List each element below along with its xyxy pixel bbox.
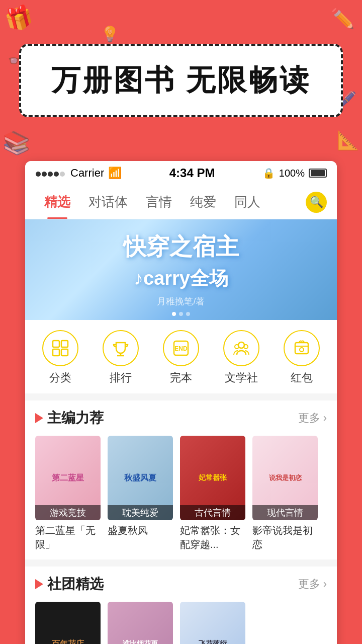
list-item[interactable]: 谁比烟花更 现代言情 谁比烟花更 xyxy=(108,602,173,644)
search-button[interactable]: 🔍 xyxy=(306,192,327,213)
deco-gift-icon: 🎁 xyxy=(2,2,36,34)
completed-label: 完本 xyxy=(170,370,192,385)
lock-icon: 🔒 xyxy=(262,167,275,179)
quick-icons-row: 分类 排行 END 完本 xyxy=(25,320,337,393)
battery-percent: 100% xyxy=(279,168,305,179)
book-title-4: 影帝说我是初恋 xyxy=(252,523,318,551)
promo-dashed-box: 万册图书 无限畅读 xyxy=(19,44,343,117)
nav-tabs: 精选 对话体 言情 纯爱 同人 🔍 xyxy=(25,185,337,219)
editor-pick-header: 主编力荐 更多 › xyxy=(35,409,327,428)
deco-ruler-icon: 📐 xyxy=(337,130,359,151)
tab-chunai[interactable]: 纯爱 xyxy=(181,185,225,219)
deco-pencil-icon: ✏️ xyxy=(331,8,354,30)
book-cover-4: 说我是初恋 现代言情 xyxy=(252,436,318,520)
quick-icon-redpacket[interactable]: 红包 xyxy=(284,330,320,385)
completed-circle: END xyxy=(163,330,199,366)
category-icon xyxy=(51,339,70,358)
redpacket-circle xyxy=(284,330,320,366)
tab-jingxuan[interactable]: 精选 xyxy=(35,185,79,219)
chevron-right-icon-2: › xyxy=(323,578,327,590)
book-title-2: 盛夏秋风 xyxy=(108,523,173,537)
community-pick-book-grid: 百年花店 轻小说 百年花店 谁比烟花更 现代言情 谁比烟花更 xyxy=(35,602,327,644)
banner-dot-1 xyxy=(172,312,176,316)
community-pick-title: 社团精选 xyxy=(35,575,104,594)
deco-book-icon: 📚 xyxy=(3,130,30,156)
tab-yanqing[interactable]: 言情 xyxy=(137,185,181,219)
ranking-label: 排行 xyxy=(110,370,132,385)
tab-tongren[interactable]: 同人 xyxy=(225,185,269,219)
community-book-cover-2: 谁比烟花更 现代言情 xyxy=(108,602,173,644)
quick-icon-ranking[interactable]: 排行 xyxy=(103,330,139,385)
deco-lamp-icon: 💡 xyxy=(101,25,119,43)
promo-banner: 🎁 ✏️ 👓 🖊️ 📚 📐 💡 万册图书 无限畅读 xyxy=(0,0,362,161)
book-tag-4: 现代言情 xyxy=(252,505,318,520)
signal-dots xyxy=(35,167,65,180)
list-item[interactable]: 飞花落衍 耽美纯爱 飞花落衍 xyxy=(180,602,245,644)
community-pick-header: 社团精选 更多 › xyxy=(35,575,327,594)
community-book-img-3: 飞花落衍 xyxy=(180,602,245,644)
community-icon xyxy=(232,339,251,358)
banner-dot-2 xyxy=(179,312,183,316)
svg-rect-0 xyxy=(53,341,59,347)
status-left: Carrier 📶 xyxy=(35,167,122,180)
literary-circle xyxy=(223,330,259,366)
list-item[interactable]: 百年花店 轻小说 百年花店 xyxy=(35,602,101,644)
svg-text:END: END xyxy=(174,345,188,352)
editor-pick-more[interactable]: 更多 › xyxy=(298,411,327,426)
quick-icon-completed[interactable]: END 完本 xyxy=(163,330,199,385)
battery-fill xyxy=(311,170,325,176)
svg-rect-1 xyxy=(61,341,68,347)
promo-title: 万册图书 无限畅读 xyxy=(51,61,311,100)
book-cover-2: 秋盛风夏 耽美纯爱 xyxy=(108,436,173,520)
community-book-img-2: 谁比烟花更 xyxy=(108,602,173,644)
banner-title: 快穿之宿主 ♪carry全场 xyxy=(123,232,239,292)
book-cover-3: 妃常嚣张 古代言情 xyxy=(180,436,245,520)
trophy-icon xyxy=(111,339,130,358)
svg-point-12 xyxy=(300,348,304,352)
status-bar: Carrier 📶 4:34 PM 🔒 100% xyxy=(25,161,337,185)
redpacket-label: 红包 xyxy=(291,370,313,385)
banner-author: 月稚挽笔/著 xyxy=(123,295,239,307)
editor-pick-title: 主编力荐 xyxy=(35,409,104,428)
svg-rect-3 xyxy=(61,349,68,356)
banner-dots xyxy=(172,312,190,316)
book-tag-3: 古代言情 xyxy=(180,505,245,520)
redpacket-icon xyxy=(292,339,311,358)
quick-icon-category[interactable]: 分类 xyxy=(42,330,78,385)
banner-content: 快穿之宿主 ♪carry全场 月稚挽笔/著 xyxy=(123,232,239,307)
editor-pick-section: 主编力荐 更多 › 第二蓝星 游戏竞技 第二蓝星「无限」 xyxy=(25,400,337,559)
community-book-cover-3: 飞花落衍 耽美纯爱 xyxy=(180,602,245,644)
community-book-img-1: 百年花店 xyxy=(35,602,101,644)
editor-pick-book-grid: 第二蓝星 游戏竞技 第二蓝星「无限」 秋盛风夏 耽美纯爱 盛夏秋风 xyxy=(35,436,327,551)
book-title-1: 第二蓝星「无限」 xyxy=(35,523,101,551)
community-pick-more[interactable]: 更多 › xyxy=(298,577,327,592)
phone-frame: Carrier 📶 4:34 PM 🔒 100% 精选 对话体 言情 纯爱 同人… xyxy=(25,161,337,644)
tab-duihuati[interactable]: 对话体 xyxy=(79,185,137,219)
category-label: 分类 xyxy=(49,370,71,385)
list-item[interactable]: 第二蓝星 游戏竞技 第二蓝星「无限」 xyxy=(35,436,101,551)
book-tag-1: 游戏竞技 xyxy=(35,505,101,520)
literary-label: 文学社 xyxy=(225,370,258,385)
carrier-name: Carrier xyxy=(70,167,104,180)
svg-rect-2 xyxy=(53,349,59,356)
book-cover-1: 第二蓝星 游戏竞技 xyxy=(35,436,101,520)
wifi-icon: 📶 xyxy=(108,167,122,180)
end-icon: END xyxy=(171,339,191,358)
battery-bar xyxy=(309,169,327,178)
banner-dot-3 xyxy=(186,312,190,316)
book-title-3: 妃常嚣张：女配穿越... xyxy=(180,523,245,551)
list-item[interactable]: 秋盛风夏 耽美纯爱 盛夏秋风 xyxy=(108,436,173,551)
list-item[interactable]: 妃常嚣张 古代言情 妃常嚣张：女配穿越... xyxy=(180,436,245,551)
list-item[interactable]: 说我是初恋 现代言情 影帝说我是初恋 xyxy=(252,436,318,551)
category-circle xyxy=(42,330,78,366)
community-pick-section: 社团精选 更多 › 百年花店 轻小说 百年花店 xyxy=(25,567,337,644)
main-banner[interactable]: 快穿之宿主 ♪carry全场 月稚挽笔/著 xyxy=(25,219,337,320)
quick-icon-literary[interactable]: 文学社 xyxy=(223,330,259,385)
ranking-circle xyxy=(103,330,139,366)
community-book-cover-1: 百年花店 轻小说 xyxy=(35,602,101,644)
chevron-right-icon: › xyxy=(323,412,327,424)
status-time: 4:34 PM xyxy=(169,166,215,180)
search-icon: 🔍 xyxy=(310,196,323,209)
book-tag-2: 耽美纯爱 xyxy=(108,505,173,520)
status-right: 🔒 100% xyxy=(262,167,327,179)
